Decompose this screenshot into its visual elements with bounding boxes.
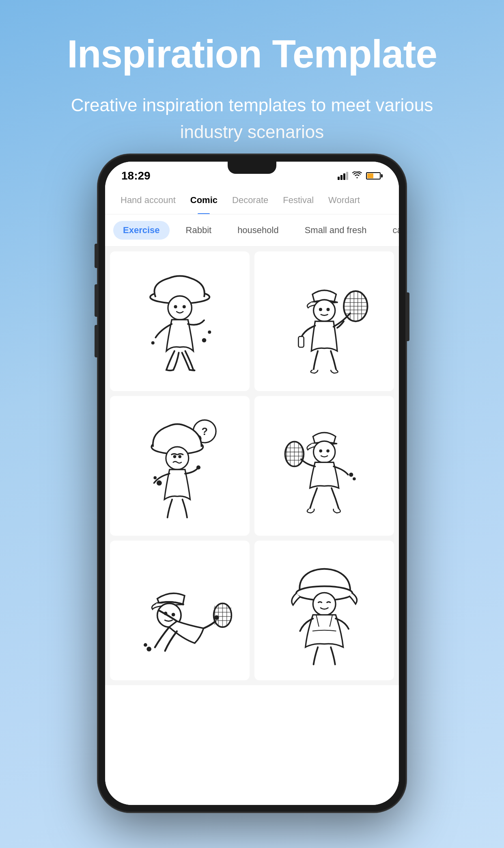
svg-point-27: [173, 455, 176, 458]
filter-exercise[interactable]: Exercise: [113, 221, 170, 240]
svg-point-45: [349, 473, 353, 477]
svg-point-34: [326, 449, 330, 452]
svg-point-26: [166, 447, 189, 469]
svg-text:?: ?: [201, 426, 208, 437]
svg-point-30: [153, 476, 157, 479]
svg-point-8: [319, 308, 322, 311]
app-content: Hand account Comic Decorate Festival Wor: [105, 186, 399, 805]
battery-icon: [366, 172, 383, 180]
svg-point-60: [144, 643, 147, 647]
tab-wordart[interactable]: Wordart: [321, 186, 367, 214]
svg-rect-20: [298, 336, 304, 347]
phone-button-mute: [95, 244, 98, 268]
svg-point-4: [202, 338, 206, 342]
svg-point-28: [178, 455, 181, 458]
tab-comic[interactable]: Comic: [183, 186, 225, 214]
svg-point-46: [353, 477, 356, 480]
filter-rabbit[interactable]: Rabbit: [176, 221, 222, 240]
phone-screen: 18:29: [105, 162, 399, 805]
phone-outer-frame: 18:29: [98, 154, 406, 812]
wifi-icon: [352, 171, 362, 181]
svg-point-63: [313, 593, 336, 615]
phone-button-power: [406, 292, 409, 341]
phone-notch: [228, 162, 276, 174]
page-background: Inspiration Template Creative inspiratio…: [0, 0, 504, 162]
svg-point-6: [151, 341, 155, 344]
grid-item-3[interactable]: ?: [110, 396, 250, 536]
svg-point-33: [319, 449, 322, 452]
phone-mockup: 18:29: [98, 154, 406, 812]
tab-festival[interactable]: Festival: [276, 186, 321, 214]
status-time: 18:29: [121, 169, 151, 182]
svg-point-49: [172, 613, 175, 617]
filter-ca[interactable]: ca: [383, 221, 399, 240]
tab-decorate[interactable]: Decorate: [225, 186, 276, 214]
filter-bar: Exercise Rabbit household Small and fres…: [105, 214, 399, 247]
svg-point-3: [183, 305, 186, 308]
status-icons: [338, 171, 383, 181]
filter-small-fresh[interactable]: Small and fresh: [295, 221, 377, 240]
svg-point-59: [146, 647, 151, 651]
page-subtitle: Creative inspiration templates to meet v…: [69, 92, 435, 145]
grid-item-4[interactable]: [254, 396, 394, 536]
svg-point-5: [208, 331, 211, 334]
page-header: Inspiration Template Creative inspiratio…: [0, 0, 504, 162]
grid-item-1[interactable]: [110, 251, 250, 391]
svg-point-61: [214, 615, 219, 620]
svg-point-1: [168, 296, 192, 320]
svg-point-31: [196, 465, 200, 469]
filter-household[interactable]: household: [228, 221, 289, 240]
phone-button-vol-up: [95, 284, 98, 317]
svg-point-2: [174, 305, 177, 308]
image-grid: ?: [105, 247, 399, 685]
page-title: Inspiration Template: [32, 32, 472, 76]
grid-item-6[interactable]: [254, 541, 394, 680]
svg-point-32: [313, 441, 335, 463]
tab-hand-account[interactable]: Hand account: [113, 186, 183, 214]
signal-icon: [338, 172, 348, 180]
grid-item-5[interactable]: [110, 541, 250, 680]
svg-point-9: [326, 308, 330, 311]
grid-item-2[interactable]: [254, 251, 394, 391]
tab-bar: Hand account Comic Decorate Festival Wor: [105, 186, 399, 214]
svg-point-29: [157, 480, 162, 486]
phone-button-vol-down: [95, 325, 98, 357]
svg-point-7: [313, 300, 335, 321]
